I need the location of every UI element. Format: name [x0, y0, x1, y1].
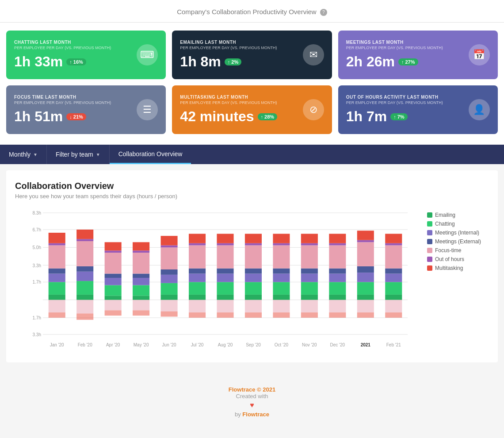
svg-rect-98	[273, 269, 290, 274]
svg-rect-102	[273, 300, 290, 312]
svg-rect-143	[385, 312, 402, 318]
metric-number-outofhours: 1h 7m	[346, 108, 387, 125]
svg-rect-22	[49, 300, 65, 312]
svg-rect-83	[217, 312, 233, 318]
metric-label-chatting: CHATTING LAST MONTH	[14, 40, 137, 45]
monthly-dropdown[interactable]: Monthly ▼	[0, 145, 47, 164]
monthly-label: Monthly	[9, 151, 31, 158]
metric-value-multitasking: 42 minutes ↑ 28%	[180, 108, 302, 125]
svg-rect-68	[189, 269, 206, 274]
svg-rect-26	[76, 281, 93, 295]
metric-badge-emailing: ↑ 2%	[225, 58, 241, 65]
chart-plot: 8.3h6.7h5.0h3.3h1.7h1.7h3.3hJan '20Feb '…	[15, 208, 420, 352]
svg-text:May '20: May '20	[134, 342, 149, 347]
svg-rect-109	[301, 246, 318, 269]
footer-created: Created with	[0, 393, 504, 400]
svg-rect-40	[105, 250, 122, 253]
svg-rect-39	[105, 253, 122, 273]
svg-text:8.3h: 8.3h	[33, 211, 41, 215]
svg-text:Feb '20: Feb '20	[78, 342, 92, 347]
svg-rect-121	[329, 234, 346, 243]
svg-rect-55	[161, 295, 178, 300]
footer-by: by Flowtrace	[0, 411, 504, 418]
tab-collaboration-overview[interactable]: Collaboration Overview	[110, 145, 191, 164]
svg-rect-30	[76, 239, 93, 241]
svg-rect-32	[76, 300, 93, 314]
metrics-row-1: CHATTING LAST MONTH PER EMPLOYEE PER DAY…	[6, 31, 498, 79]
svg-rect-47	[133, 278, 149, 285]
svg-rect-91	[245, 234, 262, 243]
svg-text:Apr '20: Apr '20	[106, 342, 120, 347]
legend-dot-1	[427, 221, 432, 227]
svg-rect-133	[357, 312, 374, 318]
metric-number-emailing: 1h 8m	[180, 54, 221, 70]
svg-rect-135	[385, 295, 402, 300]
svg-rect-18	[49, 269, 65, 274]
metric-icon-outofhours: 👤	[469, 99, 490, 120]
metric-card-outofhours: OUT OF HOURS ACTIVITY LAST MONTH PER EMP…	[338, 85, 498, 134]
svg-rect-103	[273, 312, 290, 318]
svg-rect-116	[329, 282, 346, 294]
svg-rect-120	[329, 243, 346, 246]
svg-rect-106	[301, 282, 318, 294]
svg-rect-27	[76, 272, 93, 281]
metrics-section: CHATTING LAST MONTH PER EMPLOYEE PER DAY…	[0, 23, 504, 145]
metric-label-multitasking: MULTITASKING LAST MONTH	[180, 95, 302, 100]
metric-card-chatting: CHATTING LAST MONTH PER EMPLOYEE PER DAY…	[6, 31, 166, 79]
svg-rect-52	[133, 300, 149, 311]
svg-rect-45	[133, 296, 149, 300]
svg-rect-28	[76, 266, 93, 272]
svg-rect-53	[133, 311, 149, 316]
svg-rect-33	[76, 314, 93, 320]
svg-rect-50	[133, 250, 149, 253]
legend-item-4: Focus-time	[427, 247, 489, 254]
metric-value-chatting: 1h 33m ↑ 16%	[14, 54, 137, 70]
metric-sublabel-meetings: PER EMPLOYEE PER DAY (VS. PREVIOUS MONTH…	[346, 46, 469, 50]
svg-text:3.3h: 3.3h	[33, 332, 41, 337]
metric-card-left-chatting: CHATTING LAST MONTH PER EMPLOYEE PER DAY…	[14, 40, 137, 70]
svg-rect-139	[385, 246, 402, 269]
svg-rect-71	[189, 234, 206, 243]
svg-rect-15	[49, 295, 65, 300]
filter-by-team-dropdown[interactable]: Filter by team ▼	[47, 145, 110, 164]
svg-rect-16	[49, 282, 65, 294]
svg-rect-73	[189, 312, 206, 318]
svg-text:Aug '20: Aug '20	[218, 342, 233, 347]
help-icon[interactable]: ?	[320, 9, 327, 16]
svg-rect-140	[385, 243, 402, 246]
metric-label-emailing: EMAILING LAST MONTH	[180, 40, 302, 45]
chart-section: Collaboration Overview Here you see how …	[6, 170, 498, 362]
metric-icon-focus: ☰	[137, 99, 158, 120]
svg-rect-100	[273, 243, 290, 246]
svg-text:Jul '20: Jul '20	[191, 342, 204, 347]
svg-rect-65	[189, 295, 206, 300]
svg-rect-112	[301, 300, 318, 312]
svg-rect-31	[76, 230, 93, 239]
svg-rect-63	[161, 311, 178, 317]
metric-card-meetings: MEETINGS LAST MONTH PER EMPLOYEE PER DAY…	[338, 31, 498, 79]
svg-rect-95	[273, 295, 290, 300]
svg-rect-137	[385, 274, 402, 282]
legend-dot-6	[427, 265, 432, 271]
svg-text:Sep '20: Sep '20	[246, 342, 261, 347]
chart-subtitle: Here you see how your team spends their …	[15, 193, 489, 200]
metric-card-left-emailing: EMAILING LAST MONTH PER EMPLOYEE PER DAY…	[180, 40, 302, 70]
metric-badge-outofhours: ↑ 7%	[390, 113, 407, 120]
svg-rect-79	[217, 246, 233, 269]
svg-rect-107	[301, 274, 318, 282]
chart-title: Collaboration Overview	[15, 181, 489, 191]
svg-text:Oct '20: Oct '20	[275, 342, 289, 347]
metric-icon-chatting: ⌨	[137, 44, 158, 65]
chart-svg-container: 8.3h6.7h5.0h3.3h1.7h1.7h3.3hJan '20Feb '…	[15, 208, 420, 352]
svg-rect-119	[329, 246, 346, 269]
svg-rect-85	[245, 295, 262, 300]
svg-rect-70	[189, 243, 206, 246]
svg-rect-93	[245, 312, 262, 318]
svg-rect-23	[49, 312, 65, 318]
svg-rect-92	[245, 300, 262, 312]
svg-rect-108	[301, 269, 318, 274]
legend-label-2: Meetings (Internal)	[435, 230, 479, 236]
svg-rect-99	[273, 246, 290, 269]
svg-rect-123	[329, 312, 346, 318]
svg-rect-49	[133, 253, 149, 273]
